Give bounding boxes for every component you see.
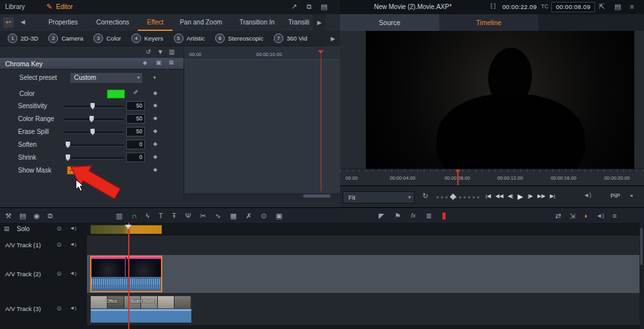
timeline-playhead-line[interactable] [128, 223, 129, 329]
track-lane-av1[interactable] [87, 236, 644, 256]
fast-forward-button[interactable]: ▶▶ [537, 190, 545, 203]
rewind-button[interactable]: ◀◀ [495, 190, 503, 203]
navigator-lane[interactable] [87, 223, 644, 236]
slider-handle[interactable] [90, 103, 95, 109]
marker-flag-icon[interactable]: ⚑ [394, 212, 401, 220]
zoom-fit-dropdown[interactable]: Fit ▾ [343, 191, 415, 203]
speaker-icon[interactable]: ◄) [70, 306, 77, 311]
nav-arrows-icon[interactable]: ⇄ [555, 212, 561, 220]
library-tab[interactable]: Library [5, 3, 25, 10]
back-corner-icon[interactable]: ↩ [3, 17, 14, 28]
panel-icon[interactable]: ▤ [321, 3, 327, 10]
category-stereoscopic[interactable]: 6Stereoscopic [215, 33, 263, 43]
track-header-av2[interactable]: A/V Track (2) ⊙ ◄) [0, 255, 88, 294]
keyframes-icon[interactable]: ◆ [143, 61, 147, 66]
mask-icon[interactable]: ⊙ [261, 212, 267, 220]
duplicate-icon[interactable]: ⧉ [48, 212, 53, 220]
audio-mixer-icon[interactable]: ▥ [116, 212, 122, 220]
title-icon[interactable]: T [158, 212, 163, 220]
audio-ducking-icon[interactable]: ϟ [146, 212, 149, 220]
soften-value[interactable]: 0 [126, 140, 145, 149]
keyframe-hscrollbar[interactable] [184, 193, 341, 200]
keyframe-toggle-icon[interactable]: ◆ [153, 167, 157, 173]
category-camera[interactable]: 2Camera [48, 33, 83, 43]
audio-monitor-icon[interactable]: ◄) [596, 213, 604, 219]
customize-icon[interactable]: ⚒ [5, 212, 12, 220]
tabs-scroll-right-icon[interactable]: ▶ [313, 14, 326, 31]
keyframe-toggle-icon[interactable]: ◆ [153, 115, 157, 121]
track-header-solo[interactable]: ▤ Solo ⊙ ◄) [0, 223, 88, 236]
speaker-icon[interactable]: ◄) [70, 242, 77, 247]
magnetic-crescent-icon[interactable]: ◗ [583, 212, 588, 220]
keyframe-toggle-icon[interactable]: ◆ [153, 154, 157, 160]
subtitle-icon[interactable]: Ŧ [172, 212, 176, 220]
eye-icon[interactable]: ⊙ [57, 271, 62, 277]
tab-pan-and-zoom[interactable]: Pan and Zoom [173, 14, 229, 30]
save-as-icon[interactable]: ▥ [169, 49, 175, 55]
sensitivity-value[interactable]: 50 [126, 101, 145, 111]
preview-timeline-ruler[interactable]: 00.00 00:00:04.00 00:00:08.00 00:00:12.0… [340, 169, 644, 186]
tab-properties[interactable]: Properties [39, 14, 88, 30]
eye-icon[interactable]: ⊙ [57, 242, 62, 248]
category-2d-3d[interactable]: 12D-3D [8, 33, 38, 43]
category-artistic[interactable]: 5Artistic [174, 33, 205, 43]
preview-icon[interactable]: ▣ [156, 60, 162, 66]
timeline-scrub-marker[interactable] [125, 225, 131, 229]
zoom-slider-handle[interactable] [450, 194, 457, 200]
pip-button[interactable]: PiP [611, 192, 620, 199]
color-range-value[interactable]: 50 [126, 114, 145, 124]
tab-effect[interactable]: Effect [138, 14, 173, 31]
snapshot-icon[interactable]: ▣ [276, 212, 282, 220]
track-header-av1[interactable]: A/V Track (1) ⊙ ◄) [0, 236, 88, 256]
play-button[interactable]: ▶ [518, 190, 523, 203]
category-keyers[interactable]: 4Keyers [131, 33, 164, 43]
key-color-swatch[interactable] [107, 89, 125, 99]
preset-dropdown[interactable]: Custom ▾ [70, 72, 143, 84]
reset-icon[interactable]: ⊠ [169, 60, 174, 66]
pip-arrow-icon[interactable]: ◂ [630, 193, 632, 198]
category-360-video[interactable]: 7360 Vid [274, 33, 307, 43]
category-color[interactable]: 3Color [93, 33, 121, 43]
delete-icon[interactable]: ✗ [246, 212, 252, 220]
slider-handle[interactable] [90, 116, 94, 122]
tab-transition-in[interactable]: Transition In [229, 14, 285, 30]
keyframe-ruler[interactable]: 00.00 00:00:10.00 [184, 46, 341, 60]
scrollbar-thumb[interactable] [303, 194, 330, 198]
shrink-value[interactable]: 0 [126, 153, 145, 162]
speaker-icon[interactable]: ◄) [70, 226, 77, 231]
keyframe-playhead-line[interactable] [321, 55, 321, 191]
tabs-scroll-left-icon[interactable]: ◀ [21, 19, 25, 25]
timeline-vscrollbar[interactable] [639, 223, 644, 329]
tab-timeline[interactable]: Timeline [439, 14, 538, 31]
tab-transition-out[interactable]: Transiti [285, 14, 313, 30]
color-range-slider[interactable] [64, 118, 124, 121]
categories-scroll-right-icon[interactable]: ▶ [326, 31, 340, 46]
preset-settings-icon[interactable]: ▾ [153, 75, 156, 80]
editor-tab[interactable]: Editor [56, 3, 73, 10]
selected-video-clip[interactable] [90, 256, 162, 292]
eye-icon[interactable]: ⊙ [57, 306, 62, 312]
eye-icon[interactable]: ⊙ [57, 226, 62, 232]
menu-icon[interactable]: ≡ [630, 3, 634, 10]
volume-icon[interactable]: ◄) [583, 193, 591, 198]
go-to-end-button[interactable]: ▶| [550, 190, 555, 203]
montage-icon[interactable]: ▦ [230, 212, 236, 220]
video-preview[interactable] [366, 31, 634, 169]
copy-icon[interactable]: ⧉ [307, 3, 312, 10]
track-header-av3[interactable]: A/V Track (3) ⊙ ◄) [0, 293, 88, 326]
effects-icon[interactable]: fx [411, 213, 415, 219]
speaker-icon[interactable]: ◄) [70, 271, 77, 276]
voiceover-icon[interactable]: Ψ [185, 212, 191, 220]
keyframe-toggle-icon[interactable]: ◆ [153, 90, 157, 96]
keyframe-toggle-icon[interactable]: ◆ [153, 102, 157, 108]
red-marker-indicator[interactable] [442, 212, 446, 220]
slider-handle[interactable] [66, 142, 70, 148]
sensitivity-slider[interactable] [64, 106, 124, 108]
go-to-start-button[interactable]: |◀ [486, 190, 491, 203]
save-icon[interactable]: ▼ [157, 49, 164, 55]
keyframe-toggle-icon[interactable]: ◆ [153, 128, 157, 134]
toolbar-menu-icon[interactable]: ≡ [612, 212, 616, 220]
expand-icon[interactable]: ⇲ [569, 212, 575, 220]
eyedropper-icon[interactable]: ✎ [133, 89, 138, 96]
slider-handle[interactable] [66, 155, 70, 161]
